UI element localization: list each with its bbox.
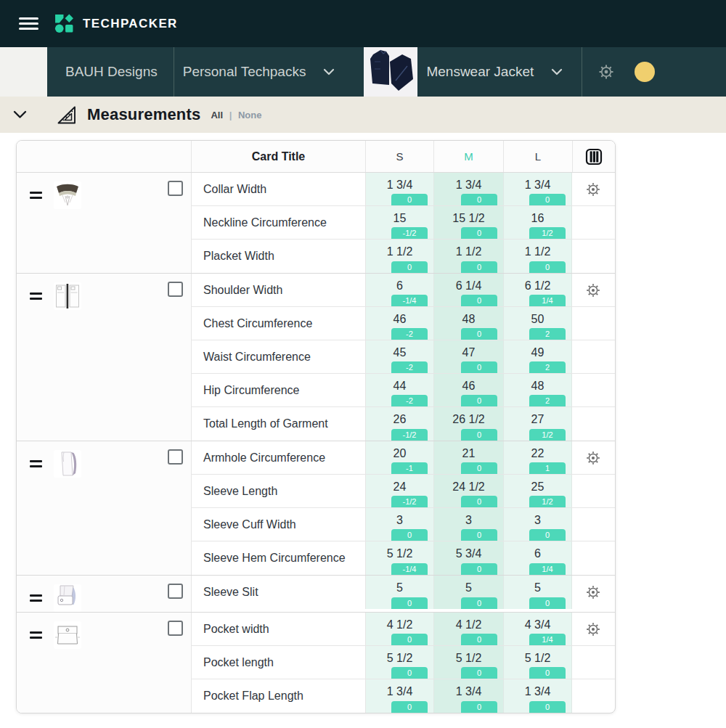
measurement-name[interactable]: Chest Circumference [192, 307, 366, 340]
size-value-cell-s[interactable]: 5 1/2 0 [366, 646, 434, 679]
card-select-checkbox[interactable] [168, 584, 183, 599]
cuff-thumbnail[interactable] [54, 584, 81, 612]
size-value-cell-s[interactable]: 24 -1/2 [366, 475, 434, 507]
size-value-cell-m[interactable]: 3 0 [434, 508, 504, 541]
measurement-name[interactable]: Total Length of Garment [192, 407, 366, 441]
size-value-cell-m[interactable]: 1 3/4 0 [434, 679, 504, 713]
measurement-name[interactable]: Shoulder Width [192, 274, 366, 306]
measurement-name[interactable]: Waist Circumference [192, 340, 366, 373]
pocket-thumbnail[interactable] [54, 621, 81, 649]
card-cell [17, 173, 192, 273]
measurement-name[interactable]: Collar Width [192, 173, 366, 205]
size-value-cell-s[interactable]: 26 -1/2 [366, 407, 434, 441]
size-header-s[interactable]: S [366, 141, 434, 172]
card-select-checkbox[interactable] [168, 449, 183, 465]
techpacker-logo-icon[interactable] [54, 14, 74, 33]
settings-gear-icon[interactable] [597, 64, 616, 80]
size-value-cell-s[interactable]: 45 -2 [366, 340, 434, 373]
measurement-name[interactable]: Sleeve Cuff Width [192, 508, 366, 541]
measurement-name[interactable]: Placket Width [192, 240, 366, 273]
size-value-cell-m[interactable]: 5 0 [434, 576, 504, 609]
size-value-cell-s[interactable]: 6 -1/4 [366, 274, 434, 306]
size-value-cell-m[interactable]: 6 1/4 0 [434, 274, 504, 306]
size-value-cell-m[interactable]: 5 1/2 0 [434, 646, 504, 679]
size-value-cell-m[interactable]: 47 0 [434, 340, 504, 373]
size-value-cell-s[interactable]: 44 -2 [366, 374, 434, 406]
size-value-cell-m[interactable]: 48 0 [434, 307, 504, 340]
size-value-cell-m[interactable]: 1 1/2 0 [434, 240, 504, 273]
hamburger-menu-icon[interactable] [19, 15, 38, 33]
size-value-cell-s[interactable]: 1 3/4 0 [366, 679, 434, 713]
techpack-selector[interactable]: Menswear Jacket [417, 47, 582, 97]
size-value-cell-m[interactable]: 15 1/2 0 [434, 206, 504, 239]
collapse-chevron-icon[interactable] [13, 110, 27, 119]
size-value-cell-m[interactable]: 24 1/2 0 [434, 475, 504, 507]
size-value-cell-s[interactable]: 20 -1 [366, 441, 434, 474]
size-value-cell-l[interactable]: 5 0 [504, 576, 572, 609]
size-header-l[interactable]: L [504, 141, 573, 172]
columns-icon[interactable] [573, 141, 615, 172]
measurement-name[interactable]: Pocket length [192, 646, 366, 679]
size-value-cell-s[interactable]: 1 3/4 0 [366, 173, 434, 205]
size-value-cell-m[interactable]: 1 3/4 0 [434, 173, 504, 205]
drag-handle-icon[interactable] [30, 592, 42, 605]
card-settings-gear-icon[interactable] [586, 283, 600, 298]
collar-thumbnail[interactable] [54, 181, 81, 209]
size-value-cell-l[interactable]: 5 1/2 0 [504, 646, 572, 679]
size-value-cell-l[interactable]: 1 3/4 0 [504, 679, 572, 713]
measurement-name[interactable]: Hip Circumference [192, 374, 366, 406]
drag-handle-icon[interactable] [30, 629, 42, 642]
size-value-cell-s[interactable]: 46 -2 [366, 307, 434, 340]
size-value-cell-s[interactable]: 15 -1/2 [366, 206, 434, 239]
size-value-cell-l[interactable]: 6 1/4 [504, 541, 572, 575]
card-settings-gear-icon[interactable] [586, 585, 600, 600]
body-panels-thumbnail[interactable] [54, 282, 81, 310]
select-all-link[interactable]: All [211, 110, 223, 120]
size-value-cell-l[interactable]: 1 1/2 0 [504, 240, 572, 273]
size-value-cell-l[interactable]: 16 1/2 [504, 206, 572, 239]
select-none-link[interactable]: None [238, 110, 262, 120]
size-value-cell-l[interactable]: 4 3/4 1/4 [504, 613, 572, 645]
company-name[interactable]: BAUH Designs [47, 64, 174, 80]
card-select-checkbox[interactable] [168, 181, 183, 196]
size-value-cell-m[interactable]: 21 0 [434, 441, 504, 474]
size-value-cell-s[interactable]: 1 1/2 0 [366, 240, 434, 273]
size-value-cell-l[interactable]: 22 1 [504, 441, 572, 474]
card-settings-gear-icon[interactable] [586, 451, 600, 465]
size-value-cell-m[interactable]: 46 0 [434, 374, 504, 406]
drag-handle-icon[interactable] [30, 457, 42, 470]
folder-selector[interactable]: Personal Techpacks [174, 47, 351, 97]
size-value-cell-m[interactable]: 4 1/2 0 [434, 613, 504, 645]
size-value-cell-l[interactable]: 50 2 [504, 307, 572, 340]
size-header-m-base[interactable]: M [434, 141, 504, 172]
measurement-name[interactable]: Neckline Circumference [192, 206, 366, 239]
user-avatar[interactable] [635, 62, 655, 82]
size-value-cell-s[interactable]: 4 1/2 0 [366, 613, 434, 645]
size-value-cell-l[interactable]: 25 1/2 [504, 475, 572, 507]
measurement-name[interactable]: Sleeve Hem Circumference [192, 541, 366, 575]
size-value-cell-s[interactable]: 3 0 [366, 508, 434, 541]
size-value-cell-l[interactable]: 3 0 [504, 508, 572, 541]
card-select-checkbox[interactable] [168, 282, 183, 297]
drag-handle-icon[interactable] [30, 189, 42, 202]
card-select-checkbox[interactable] [168, 621, 183, 636]
measurement-name[interactable]: Pocket width [192, 613, 366, 645]
drag-handle-icon[interactable] [30, 290, 42, 303]
size-value-cell-l[interactable]: 49 2 [504, 340, 572, 373]
size-value-cell-l[interactable]: 48 2 [504, 374, 572, 406]
size-value-cell-s[interactable]: 5 0 [366, 576, 434, 609]
card-settings-gear-icon[interactable] [586, 622, 600, 637]
card-settings-gear-icon[interactable] [586, 182, 600, 197]
measurement-name[interactable]: Pocket Flap Length [192, 679, 366, 713]
sleeve-thumbnail[interactable] [54, 450, 81, 478]
size-value-cell-l[interactable]: 27 1/2 [504, 407, 572, 441]
size-value-cell-l[interactable]: 1 3/4 0 [504, 173, 572, 205]
size-value-cell-m[interactable]: 26 1/2 0 [434, 407, 504, 441]
techpack-thumbnail[interactable] [364, 47, 417, 97]
size-value-cell-l[interactable]: 6 1/2 1/4 [504, 274, 572, 306]
measurement-name[interactable]: Armhole Circumference [192, 441, 366, 474]
measurement-name[interactable]: Sleeve Slit [192, 576, 366, 609]
size-value-cell-s[interactable]: 5 1/2 -1/4 [366, 541, 434, 575]
measurement-name[interactable]: Sleeve Length [192, 475, 366, 507]
size-value-cell-m[interactable]: 5 3/4 0 [434, 541, 504, 575]
